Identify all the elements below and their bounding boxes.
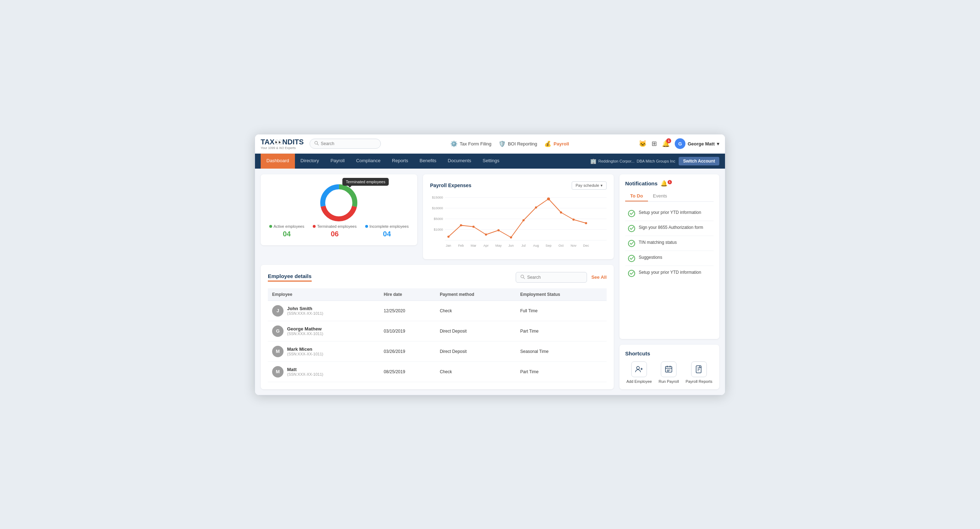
svg-text:May: May: [495, 244, 502, 248]
account-name: Reddington Corpor...: [598, 159, 635, 163]
logo-subtitle: Your 1099 & W2 Experts: [261, 146, 304, 150]
shortcut-run-payroll[interactable]: Run Payroll: [659, 361, 679, 384]
table-row[interactable]: J John Smith (SSN:XXX-XX-1011) 12/25/202…: [268, 300, 607, 321]
col-payment: Payment method: [436, 288, 516, 301]
notification-item[interactable]: Suggestions: [625, 251, 714, 266]
notif-text: Setup your prior YTD information: [639, 270, 701, 276]
top-search-input[interactable]: [321, 141, 376, 146]
table-row[interactable]: M Matt (SSN:XXX-XX-1011) 08/25/2019 Chec…: [268, 361, 607, 382]
user-chevron-icon: ▾: [717, 141, 719, 146]
svg-point-32: [510, 236, 512, 238]
logo-eyes: 👀: [275, 139, 282, 146]
logo-tax: TAX: [261, 138, 275, 146]
nav-items: Dashboard Directory Payroll Compliance R…: [261, 154, 590, 168]
nav-item-payroll[interactable]: Payroll: [325, 154, 350, 168]
table-row[interactable]: M Mark Micen (SSN:XXX-XX-1011) 03/26/201…: [268, 341, 607, 361]
shortcut-add-employee[interactable]: Add Employee: [626, 361, 652, 384]
top-nav-tax-form-filing[interactable]: ⚙️ Tax Form Filing: [450, 140, 492, 147]
svg-point-28: [460, 224, 462, 226]
emoji-button[interactable]: 🐱: [639, 140, 647, 148]
payment-method: Check: [436, 361, 516, 382]
notifications-list: Setup your prior YTD information Sign yo…: [625, 206, 714, 281]
notif-check-icon: [628, 255, 635, 262]
nav-item-dashboard[interactable]: Dashboard: [261, 154, 295, 168]
svg-point-36: [560, 211, 562, 213]
terminated-count: 06: [313, 230, 356, 238]
payment-method: Direct Deposit: [436, 321, 516, 341]
notification-item[interactable]: Sign your 8655 Authorization form: [625, 221, 714, 236]
svg-text:Dec: Dec: [583, 244, 589, 248]
top-search-box[interactable]: [310, 139, 381, 149]
nav-item-reports[interactable]: Reports: [386, 154, 414, 168]
nav-item-settings[interactable]: Settings: [477, 154, 505, 168]
grid-button[interactable]: ⊞: [652, 140, 657, 148]
employment-status: Seasonal Time: [516, 341, 607, 361]
svg-text:$5000: $5000: [434, 217, 443, 221]
nav-right: 🏢 Reddington Corpor... DBA Mitch Groups …: [590, 157, 719, 165]
top-nav-payroll[interactable]: 💰 Payroll: [544, 140, 569, 147]
donut-container: Terminated employees: [317, 181, 360, 224]
right-panel: Notifications 🔔1 To Do Events Setup your…: [619, 174, 719, 389]
stats-labels: Active employees 04 Terminated employees…: [269, 224, 409, 238]
logo-andits: NDITS: [282, 138, 304, 146]
employee-avatar: M: [272, 346, 283, 357]
shortcuts-list: Add Employee: [625, 361, 714, 384]
col-employee: Employee: [268, 288, 379, 301]
svg-point-35: [547, 197, 550, 200]
tab-todo[interactable]: To Do: [625, 191, 648, 202]
incomplete-dot: [365, 225, 368, 228]
employee-search-icon: [520, 275, 525, 280]
nav-item-benefits[interactable]: Benefits: [414, 154, 442, 168]
employee-search-input[interactable]: [527, 275, 582, 280]
svg-text:Jul: Jul: [521, 244, 526, 248]
line-chart-svg: $15000 $10000 $5000 $1000 Jan Feb Mar Ap…: [430, 194, 607, 251]
tab-events[interactable]: Events: [648, 191, 672, 202]
col-hire-date: Hire date: [379, 288, 436, 301]
svg-point-37: [573, 219, 574, 221]
top-right-area: 🐱 ⊞ 🔔 1 G George Matt ▾: [639, 138, 719, 149]
employee-name: Matt: [287, 367, 323, 372]
see-all-link[interactable]: See All: [591, 275, 607, 280]
notification-item[interactable]: Setup your prior YTD information: [625, 206, 714, 221]
top-nav-boi-reporting[interactable]: 🛡️ BOI Reporting: [498, 140, 537, 147]
employee-search-box[interactable]: [515, 272, 587, 283]
pay-schedule-button[interactable]: Pay schedule ▾: [572, 181, 607, 190]
employee-name: John Smith: [287, 306, 323, 311]
nav-item-directory[interactable]: Directory: [295, 154, 325, 168]
payroll-reports-label: Payroll Reports: [686, 379, 712, 384]
shortcut-payroll-reports[interactable]: Payroll Reports: [686, 361, 712, 384]
notification-item[interactable]: Setup your prior YTD information: [625, 266, 714, 281]
notifications-title: Notifications: [625, 180, 658, 186]
payroll-icon: 💰: [544, 140, 551, 147]
user-menu[interactable]: G George Matt ▾: [675, 138, 719, 149]
chart-title: Payroll Expenses: [430, 183, 471, 188]
payment-method: Check: [436, 300, 516, 321]
svg-point-29: [473, 226, 475, 228]
employee-ssn: (SSN:XXX-XX-1011): [287, 311, 323, 316]
svg-point-41: [636, 367, 640, 369]
chart-header: Payroll Expenses Pay schedule ▾: [430, 181, 607, 190]
notif-check-icon: [628, 270, 635, 277]
employment-status: Part Time: [516, 321, 607, 341]
svg-line-1: [317, 144, 318, 145]
nav-item-documents[interactable]: Documents: [442, 154, 477, 168]
stat-terminated: Terminated employees 06: [313, 224, 356, 238]
switch-account-button[interactable]: Switch Account: [679, 157, 719, 165]
table-row[interactable]: G George Mathew (SSN:XXX-XX-1011) 03/10/…: [268, 321, 607, 341]
employee-avatar: M: [272, 366, 283, 378]
notif-text: TIN matching status: [639, 240, 677, 246]
notification-button[interactable]: 🔔 1: [662, 140, 670, 148]
shortcuts-title: Shortcuts: [625, 350, 714, 356]
notif-check-icon: [628, 210, 635, 217]
notifications-card: Notifications 🔔1 To Do Events Setup your…: [619, 174, 719, 339]
employee-stats-card: Terminated employees Active employees 04: [261, 174, 417, 245]
payroll-chart-card: Payroll Expenses Pay schedule ▾: [423, 174, 614, 259]
run-payroll-icon: [661, 361, 676, 377]
svg-text:Feb: Feb: [458, 244, 464, 248]
nav-item-compliance[interactable]: Compliance: [350, 154, 386, 168]
notif-text: Suggestions: [639, 254, 662, 261]
add-employee-label: Add Employee: [626, 379, 652, 384]
employment-status: Full Time: [516, 300, 607, 321]
account-info: 🏢 Reddington Corpor... DBA Mitch Groups …: [590, 158, 675, 164]
notification-item[interactable]: TIN matching status: [625, 236, 714, 251]
